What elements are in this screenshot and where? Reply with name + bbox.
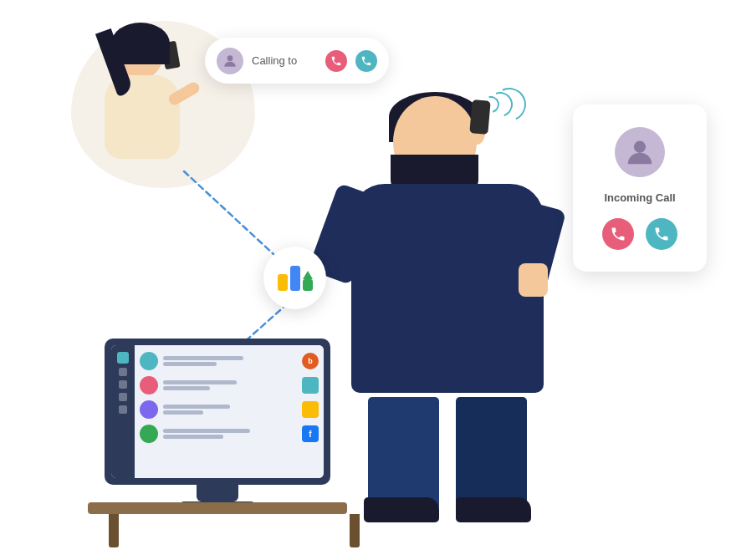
- decline-button[interactable]: [325, 50, 347, 72]
- crm-line-2b: [163, 386, 210, 390]
- crm-line-3a: [163, 405, 230, 409]
- monitor-stand: [197, 485, 238, 501]
- crm-avatar-4: [140, 425, 158, 443]
- crm-row-4: f: [140, 425, 319, 443]
- crm-line-1a: [163, 356, 243, 360]
- crm-row-3: [140, 400, 319, 419]
- crm-lines-4: [163, 429, 297, 439]
- calling-label: Calling to: [252, 54, 317, 67]
- incoming-decline-button[interactable]: [602, 218, 634, 250]
- sound-wave-3: [488, 83, 530, 125]
- crm-main-area: b: [135, 345, 324, 478]
- main-scene: Calling to: [21, 21, 715, 539]
- crm-line-4a: [163, 429, 250, 433]
- man-leg-right: [456, 397, 527, 514]
- google-ads-small-icon: [302, 401, 319, 418]
- monitor-screen: b: [111, 345, 324, 478]
- table-leg-right: [350, 514, 360, 547]
- crm-desktop: b: [105, 339, 330, 514]
- incoming-accept-button[interactable]: [646, 218, 677, 250]
- calling-bubble: Calling to: [205, 38, 389, 84]
- crm-line-3b: [163, 410, 203, 415]
- crm-lines-2: [163, 380, 297, 390]
- bing-icon: b: [302, 353, 319, 369]
- incoming-call-title: Incoming Call: [604, 191, 675, 204]
- crm-sidebar-icon-1: [117, 352, 129, 364]
- crm-sidebar-icon-4: [119, 393, 127, 401]
- table-surface: [88, 502, 347, 514]
- man-figure: [339, 96, 556, 506]
- crm-avatar-2: [140, 376, 158, 395]
- crm-sidebar-icon-5: [119, 405, 127, 414]
- crm-lines-3: [163, 405, 297, 415]
- woman-hair: [111, 23, 170, 64]
- crm-row-1: b: [140, 352, 319, 370]
- app-icon-2: [302, 377, 319, 394]
- table-legs: [109, 514, 360, 547]
- crm-avatar-1: [140, 352, 158, 370]
- crm-sidebar: [111, 345, 135, 478]
- incoming-call-buttons: [602, 218, 677, 250]
- woman-figure: [88, 29, 197, 188]
- incoming-call-panel: Incoming Call: [573, 104, 707, 272]
- svg-point-3: [227, 55, 233, 61]
- man-shoe-left: [364, 497, 439, 522]
- crm-line-4b: [163, 435, 223, 439]
- crm-line-2a: [163, 380, 237, 384]
- svg-point-4: [634, 140, 646, 152]
- crm-avatar-3: [140, 400, 158, 419]
- man-body: [351, 184, 544, 393]
- incoming-avatar: [615, 127, 665, 177]
- crm-lines-1: [163, 356, 297, 366]
- man-shoe-right: [456, 497, 531, 522]
- table-leg-left: [109, 514, 119, 547]
- facebook-icon: f: [302, 425, 319, 442]
- monitor: b: [105, 339, 330, 485]
- crm-sidebar-icon-2: [119, 368, 127, 376]
- crm-sidebar-icon-3: [119, 380, 127, 389]
- crm-line-1b: [163, 362, 217, 366]
- man-leg-left: [368, 397, 439, 514]
- man-hand: [519, 263, 548, 297]
- caller-avatar: [217, 48, 243, 74]
- crm-row-2: [140, 376, 319, 395]
- google-ads-logo: [263, 247, 326, 309]
- accept-button[interactable]: [355, 50, 377, 72]
